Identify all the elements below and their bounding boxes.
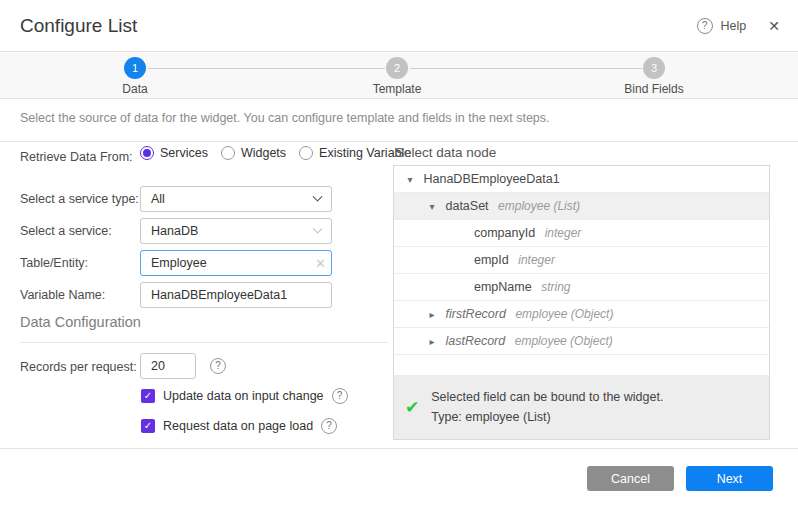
tree-node-dataset[interactable]: ▾ dataSet employee (List) [394,193,769,220]
bind-message-line2: Type: employee (List) [431,407,663,427]
divider [0,141,798,142]
chevron-down-icon [313,191,323,201]
records-per-request-input[interactable] [140,353,196,379]
records-per-request-label: Records per request: [20,360,137,374]
tree-node-firstrecord[interactable]: ▸ firstRecord employee (Object) [394,301,769,328]
table-entity-input[interactable] [140,250,332,276]
radio-label: Services [160,146,208,160]
tree-node-root[interactable]: ▾ HanaDBEmployeeData1 [394,166,769,193]
checkbox-checked-icon[interactable]: ✓ [141,389,155,403]
step-circle-bind-fields[interactable]: 3 [643,57,665,79]
update-data-checkbox-row: ✓ Update data on input change ? [141,388,348,404]
tree-node-companyid[interactable]: companyId integer [394,220,769,247]
data-configuration-heading: Data Configuration [20,314,141,330]
caret-right-icon[interactable]: ▸ [426,329,438,355]
success-check-icon: ✔ [405,397,419,418]
header-actions: ? Help ✕ [697,0,780,52]
step-label-data: Data [122,82,147,96]
step-connector [410,68,642,69]
caret-down-icon[interactable]: ▾ [404,167,416,193]
service-type-label: Select a service type: [20,192,139,206]
checkbox-label: Request data on page load [163,419,313,433]
bind-message-text: Selected field can be bound to the widge… [431,387,663,427]
service-type-select[interactable]: All [140,186,332,212]
configure-list-dialog: Configure List ? Help ✕ 1 2 3 Data Templ… [0,0,798,508]
records-help-icon[interactable]: ? [210,358,226,374]
chevron-down-icon [313,223,323,233]
help-button[interactable]: Help [721,19,747,33]
cancel-button[interactable]: Cancel [587,466,674,491]
caret-down-icon[interactable]: ▾ [426,194,438,220]
dialog-header: Configure List ? Help ✕ [0,0,798,52]
checkbox-checked-icon[interactable]: ✓ [141,419,155,433]
radio-icon[interactable] [221,146,235,160]
service-value: HanaDB [151,224,198,238]
radio-widgets[interactable]: Widgets [221,146,286,160]
next-button[interactable]: Next [686,466,773,491]
request-data-help-icon[interactable]: ? [321,418,337,434]
retrieve-data-label: Retrieve Data From: [20,150,133,164]
step-circle-template[interactable]: 2 [386,57,408,79]
radio-icon[interactable] [140,146,154,160]
help-icon[interactable]: ? [697,18,713,34]
select-data-node-heading: Select data node [395,145,496,160]
tree-node-lastrecord[interactable]: ▸ lastRecord employee (Object) [394,328,769,355]
service-select[interactable]: HanaDB [140,218,332,244]
page-title: Configure List [20,0,137,52]
close-icon[interactable]: ✕ [768,18,780,34]
retrieve-data-radio-group: Services Widgets Existing Variable [140,146,411,160]
tree-node-empid[interactable]: empId integer [394,247,769,274]
radio-icon[interactable] [299,146,313,160]
update-data-help-icon[interactable]: ? [332,388,348,404]
step-label-template: Template [373,82,422,96]
service-type-value: All [151,192,165,206]
table-entity-label: Table/Entity: [20,256,88,270]
data-node-tree: ▾ HanaDBEmployeeData1 ▾ dataSet employee… [393,165,770,440]
checkbox-label: Update data on input change [163,389,324,403]
request-data-checkbox-row: ✓ Request data on page load ? [141,418,337,434]
radio-services[interactable]: Services [140,146,208,160]
step-connector [148,68,385,69]
variable-name-label: Variable Name: [20,288,105,302]
tree-node-empname[interactable]: empName string [394,274,769,301]
radio-label: Widgets [241,146,286,160]
variable-name-input[interactable] [140,282,332,308]
step-label-bind-fields: Bind Fields [624,82,683,96]
clear-icon[interactable]: ✕ [315,256,326,271]
step-circle-data[interactable]: 1 [124,57,146,79]
bind-status-message: ✔ Selected field can be bound to the wid… [394,375,769,439]
divider [20,342,388,343]
divider [0,448,798,449]
bind-message-line1: Selected field can be bound to the widge… [431,387,663,407]
step-description: Select the source of data for the widget… [20,111,550,125]
wizard-stepper: 1 2 3 Data Template Bind Fields [0,53,798,99]
caret-right-icon[interactable]: ▸ [426,302,438,328]
service-label: Select a service: [20,224,112,238]
